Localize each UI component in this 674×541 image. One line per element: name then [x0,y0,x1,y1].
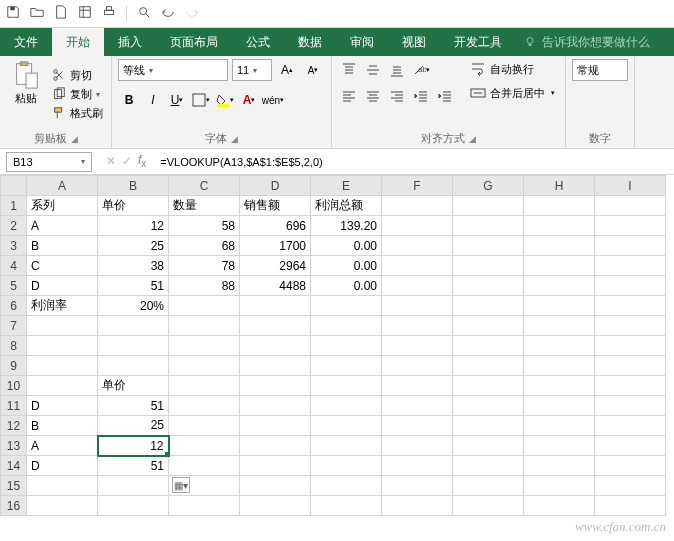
cell-F3[interactable] [382,236,453,256]
select-all[interactable] [1,176,27,196]
cell-E13[interactable] [311,436,382,456]
number-format-combo[interactable]: 常规 [572,59,628,81]
cell-I1[interactable] [595,196,666,216]
col-header-D[interactable]: D [240,176,311,196]
cell-B14[interactable]: 51 [98,456,169,476]
cell-C1[interactable]: 数量 [169,196,240,216]
formula-bar[interactable]: =VLOOKUP(A13,$A$1:$E$5,2,0) [154,156,674,168]
save-icon[interactable] [6,5,20,22]
cell-B12[interactable]: 25 [98,416,169,436]
cell-I16[interactable] [595,496,666,516]
cell-I15[interactable] [595,476,666,496]
cell-G8[interactable] [453,336,524,356]
row-header-3[interactable]: 3 [1,236,27,256]
cell-D8[interactable] [240,336,311,356]
cell-H15[interactable] [524,476,595,496]
cell-A4[interactable]: C [27,256,98,276]
folder-open-icon[interactable] [30,5,44,22]
cell-F16[interactable] [382,496,453,516]
cell-I8[interactable] [595,336,666,356]
cell-B7[interactable] [98,316,169,336]
cell-G7[interactable] [453,316,524,336]
row-header-8[interactable]: 8 [1,336,27,356]
font-name-combo[interactable]: 等线▾ [118,59,228,81]
cell-E14[interactable] [311,456,382,476]
cell-I12[interactable] [595,416,666,436]
cell-G12[interactable] [453,416,524,436]
cell-C16[interactable] [169,496,240,516]
cell-C7[interactable] [169,316,240,336]
cell-E10[interactable] [311,376,382,396]
format-painter-button[interactable]: 格式刷 [50,105,105,122]
cell-B5[interactable]: 51 [98,276,169,296]
cell-F9[interactable] [382,356,453,376]
row-header-12[interactable]: 12 [1,416,27,436]
cell-B9[interactable] [98,356,169,376]
cell-C10[interactable] [169,376,240,396]
cell-F13[interactable] [382,436,453,456]
cell-F10[interactable] [382,376,453,396]
cell-H5[interactable] [524,276,595,296]
cell-H3[interactable] [524,236,595,256]
cell-H8[interactable] [524,336,595,356]
cell-G4[interactable] [453,256,524,276]
tab-formulas[interactable]: 公式 [232,28,284,56]
cell-A5[interactable]: D [27,276,98,296]
cell-I10[interactable] [595,376,666,396]
underline-button[interactable]: U▾ [166,89,188,111]
cell-F7[interactable] [382,316,453,336]
row-header-6[interactable]: 6 [1,296,27,316]
cell-F5[interactable] [382,276,453,296]
cell-D4[interactable]: 2964 [240,256,311,276]
tab-developer[interactable]: 开发工具 [440,28,516,56]
row-header-9[interactable]: 9 [1,356,27,376]
merge-center-button[interactable]: 合并后居中▾ [466,83,559,103]
cell-I3[interactable] [595,236,666,256]
font-color-button[interactable]: A▾ [238,89,260,111]
cell-E1[interactable]: 利润总额 [311,196,382,216]
cell-G10[interactable] [453,376,524,396]
cell-A2[interactable]: A [27,216,98,236]
cell-H1[interactable] [524,196,595,216]
paste-button[interactable]: 粘贴 [6,59,46,129]
cell-D2[interactable]: 696 [240,216,311,236]
cell-A1[interactable]: 系列 [27,196,98,216]
wrap-text-button[interactable]: 自动换行 [466,59,559,79]
cell-I4[interactable] [595,256,666,276]
cell-I6[interactable] [595,296,666,316]
row-header-11[interactable]: 11 [1,396,27,416]
row-header-16[interactable]: 16 [1,496,27,516]
row-header-2[interactable]: 2 [1,216,27,236]
tab-page-layout[interactable]: 页面布局 [156,28,232,56]
cell-D3[interactable]: 1700 [240,236,311,256]
increase-indent-icon[interactable] [434,85,456,107]
align-top-icon[interactable] [338,59,360,81]
cell-F8[interactable] [382,336,453,356]
cell-A6[interactable]: 利润率 [27,296,98,316]
font-launcher-icon[interactable]: ◢ [231,134,238,144]
cell-B6[interactable]: 20% [98,296,169,316]
cell-D16[interactable] [240,496,311,516]
align-left-icon[interactable] [338,85,360,107]
align-center-icon[interactable] [362,85,384,107]
decrease-indent-icon[interactable] [410,85,432,107]
cell-E6[interactable] [311,296,382,316]
fx-icon[interactable]: fx [138,153,146,169]
cell-H16[interactable] [524,496,595,516]
cell-D12[interactable] [240,416,311,436]
cell-A8[interactable] [27,336,98,356]
cell-G14[interactable] [453,456,524,476]
cell-I7[interactable] [595,316,666,336]
fill-color-button[interactable]: ▾ [214,89,236,111]
cell-B13[interactable]: 12 [98,436,169,456]
cell-A9[interactable] [27,356,98,376]
cell-H4[interactable] [524,256,595,276]
cell-E15[interactable] [311,476,382,496]
cell-F2[interactable] [382,216,453,236]
cell-E9[interactable] [311,356,382,376]
cut-button[interactable]: 剪切 [50,67,105,84]
phonetic-button[interactable]: wén▾ [262,89,284,111]
cell-G1[interactable] [453,196,524,216]
cell-A16[interactable] [27,496,98,516]
tab-home[interactable]: 开始 [52,28,104,56]
